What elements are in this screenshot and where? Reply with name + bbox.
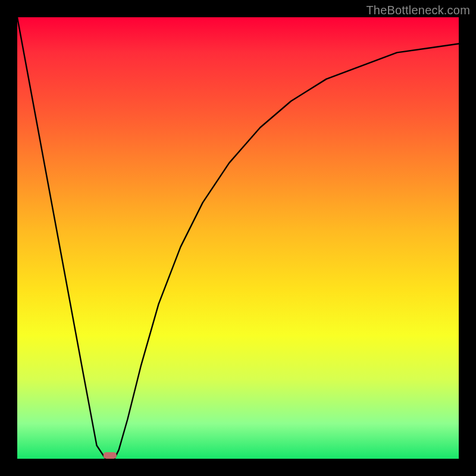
- bottleneck-curve-path: [17, 17, 459, 459]
- chart-gradient-plot-area: [17, 17, 459, 459]
- optimal-range-marker: [104, 452, 117, 459]
- bottleneck-curve: [17, 17, 459, 459]
- attribution-watermark: TheBottleneck.com: [366, 4, 470, 17]
- chart-frame: TheBottleneck.com: [0, 0, 476, 476]
